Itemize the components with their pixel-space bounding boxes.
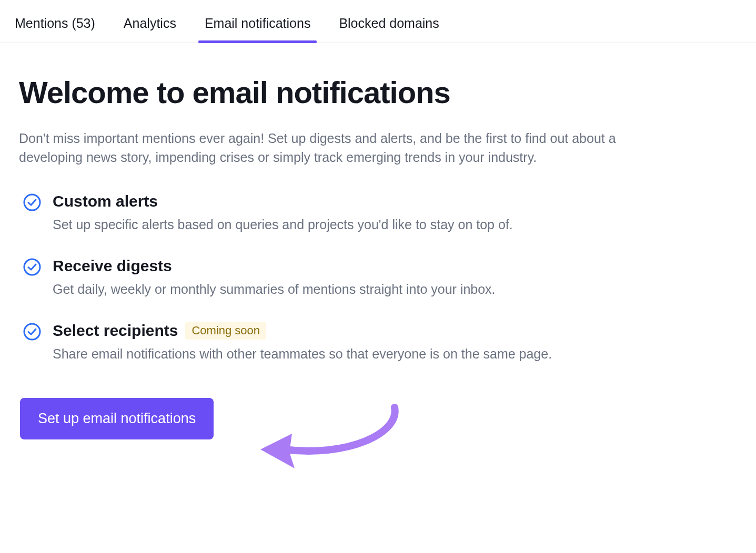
tab-email-notifications[interactable]: Email notifications [205,16,310,43]
feature-desc: Share email notifications with other tea… [53,345,737,363]
setup-email-notifications-button[interactable]: Set up email notifications [20,398,214,439]
svg-point-2 [24,324,40,340]
page-title: Welcome to email notifications [19,75,737,110]
coming-soon-badge: Coming soon [185,322,266,340]
page-lead: Don't miss important mentions ever again… [19,129,682,167]
feature-receive-digests: Receive digests Get daily, weekly or mon… [19,257,737,299]
feature-select-recipients: Select recipients Coming soon Share emai… [19,322,737,363]
check-circle-icon [23,258,41,276]
main-content: Welcome to email notifications Don't mis… [0,43,756,439]
check-circle-icon [23,323,41,341]
feature-title: Select recipients [53,322,178,340]
feature-title: Receive digests [53,257,172,275]
svg-point-0 [24,194,40,210]
tab-analytics[interactable]: Analytics [124,16,176,43]
tab-blocked-domains[interactable]: Blocked domains [339,16,439,43]
tab-bar: Mentions (53) Analytics Email notificati… [0,0,756,43]
feature-custom-alerts: Custom alerts Set up specific alerts bas… [19,192,737,234]
feature-desc: Get daily, weekly or monthly summaries o… [53,280,737,299]
svg-point-1 [24,259,40,275]
tab-mentions[interactable]: Mentions (53) [15,16,95,43]
feature-title: Custom alerts [53,192,158,210]
feature-desc: Set up specific alerts based on queries … [53,216,737,234]
check-circle-icon [23,193,41,211]
